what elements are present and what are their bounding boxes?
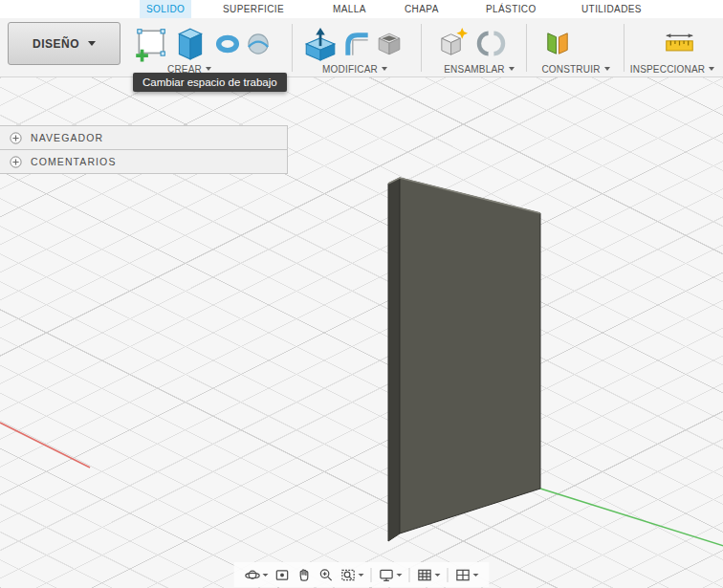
orbit-icon — [245, 567, 261, 583]
panel-navegador-label: NAVEGADOR — [31, 132, 103, 143]
chevron-down-icon — [473, 574, 479, 577]
toolbar-tab-strip: SOLIDO SUPERFICIE MALLA CHAPA PLÁSTICO U… — [0, 0, 723, 18]
new-component-icon — [436, 27, 470, 60]
group-ensamblar-label: ENSAMBLAR — [444, 64, 505, 75]
chevron-down-icon — [397, 574, 403, 577]
extrude-button[interactable] — [172, 26, 208, 62]
chevron-down-icon — [359, 574, 364, 577]
joint-icon — [474, 27, 508, 60]
create-sketch-icon — [132, 26, 168, 62]
navbar-divider — [448, 568, 449, 582]
group-ensamblar-dropdown[interactable]: ENSAMBLAR — [427, 62, 532, 76]
expand-plus-icon[interactable] — [10, 132, 22, 144]
measure-button[interactable] — [664, 29, 695, 60]
view-navigation-bar — [234, 562, 490, 587]
fillet-icon — [342, 30, 371, 58]
fit-button[interactable] — [338, 565, 367, 585]
construct-plane-button[interactable] — [541, 27, 575, 60]
sweep-button[interactable] — [245, 31, 272, 57]
fillet-button[interactable] — [342, 30, 371, 58]
fusion-window: SOLIDO SUPERFICIE MALLA CHAPA PLÁSTICO U… — [0, 0, 723, 588]
workspace-selector-button[interactable]: DISEÑO — [8, 22, 120, 65]
chevron-down-icon — [88, 41, 96, 46]
tab-solido[interactable]: SOLIDO — [140, 0, 191, 18]
viewport-canvas[interactable]: NAVEGADOR COMENTARIOS — [0, 77, 723, 588]
grid-icon — [417, 567, 433, 583]
chevron-down-icon — [709, 67, 714, 71]
workspace-selector-label: DISEÑO — [33, 37, 79, 51]
panel-comentarios-header[interactable]: COMENTARIOS — [0, 149, 288, 174]
measure-ruler-icon — [664, 29, 695, 60]
shell-button[interactable] — [375, 30, 404, 58]
main-toolbar: DISEÑO — [0, 18, 723, 77]
press-pull-button[interactable] — [302, 26, 339, 62]
construct-plane-icon — [541, 27, 575, 60]
toolbar-divider — [421, 24, 422, 72]
chevron-down-icon — [382, 67, 387, 71]
toolbar-divider — [292, 24, 293, 72]
group-construir-dropdown[interactable]: CONSTRUIR — [528, 62, 624, 76]
navbar-divider — [371, 568, 372, 582]
chevron-down-icon — [263, 574, 269, 577]
zoom-icon — [318, 567, 335, 583]
revolve-icon — [214, 31, 241, 57]
expand-plus-icon[interactable] — [10, 156, 22, 168]
tab-malla[interactable]: MALLA — [326, 0, 373, 18]
display-settings-button[interactable] — [376, 565, 405, 585]
pan-hand-icon — [296, 567, 313, 583]
viewports-button[interactable] — [452, 565, 482, 585]
tab-utilidades[interactable]: UTILIDADES — [575, 0, 648, 18]
shell-icon — [375, 30, 404, 58]
group-inspeccionar-dropdown[interactable]: INSPECCIONAR — [622, 62, 723, 76]
x-axis-line — [0, 423, 90, 468]
viewports-icon — [455, 567, 471, 583]
group-modificar-label: MODIFICAR — [322, 64, 378, 75]
chevron-down-icon — [604, 67, 610, 71]
chevron-down-icon — [435, 574, 441, 577]
press-pull-icon — [302, 26, 339, 62]
model-body-plate[interactable] — [388, 178, 540, 541]
group-inspeccionar-label: INSPECCIONAR — [630, 64, 706, 75]
toolbar-divider — [526, 24, 527, 72]
joint-button[interactable] — [474, 27, 508, 60]
navbar-divider — [409, 568, 410, 582]
panel-navegador-header[interactable]: NAVEGADOR — [0, 125, 288, 150]
chevron-down-icon — [509, 67, 515, 71]
tab-superficie[interactable]: SUPERFICIE — [216, 0, 291, 18]
sweep-icon — [245, 31, 272, 57]
grid-display-button[interactable] — [414, 565, 444, 585]
tab-chapa[interactable]: CHAPA — [398, 0, 446, 18]
pan-button[interactable] — [294, 565, 316, 585]
tab-plastico[interactable]: PLÁSTICO — [479, 0, 543, 18]
zoom-button[interactable] — [316, 565, 338, 585]
orbit-button[interactable] — [242, 565, 272, 585]
create-sketch-button[interactable] — [132, 26, 168, 62]
group-modificar-dropdown[interactable]: MODIFICAR — [302, 62, 407, 76]
new-component-button[interactable] — [436, 27, 470, 60]
panel-comentarios-label: COMENTARIOS — [31, 156, 117, 167]
fit-icon — [340, 567, 357, 583]
extrude-icon — [172, 26, 208, 62]
display-settings-icon — [379, 567, 395, 583]
revolve-button[interactable] — [214, 31, 241, 57]
look-at-icon — [274, 567, 291, 583]
workspace-tooltip: Cambiar espacio de trabajo — [133, 73, 287, 92]
chevron-down-icon — [206, 67, 211, 71]
look-at-button[interactable] — [272, 565, 294, 585]
group-construir-label: CONSTRUIR — [541, 64, 600, 75]
